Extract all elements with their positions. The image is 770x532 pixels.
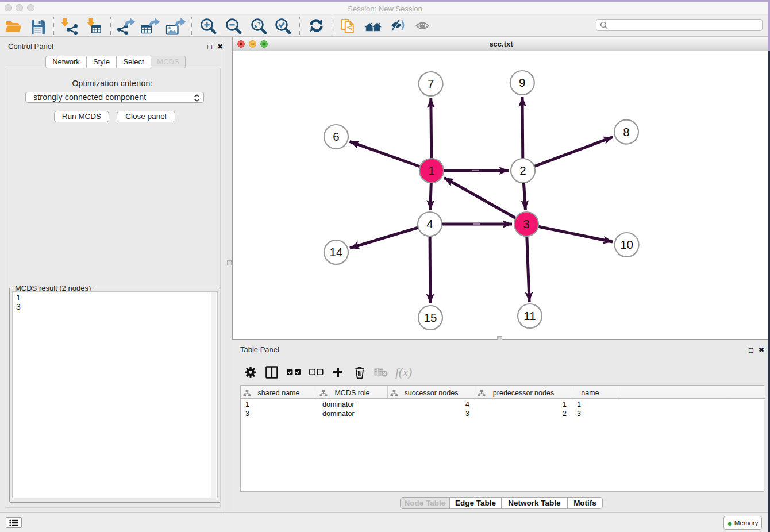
svg-text:3: 3 [523, 217, 529, 230]
svg-text:4: 4 [426, 217, 433, 230]
svg-text:2: 2 [519, 164, 526, 177]
svg-text:10: 10 [620, 238, 633, 251]
svg-text:9: 9 [519, 76, 525, 89]
svg-text:14: 14 [330, 245, 343, 259]
svg-text:8: 8 [623, 125, 629, 138]
svg-text:6: 6 [333, 130, 339, 143]
svg-text:7: 7 [428, 77, 434, 90]
svg-text:1: 1 [428, 164, 434, 177]
svg-text:15: 15 [424, 311, 437, 324]
svg-text:11: 11 [523, 309, 536, 322]
